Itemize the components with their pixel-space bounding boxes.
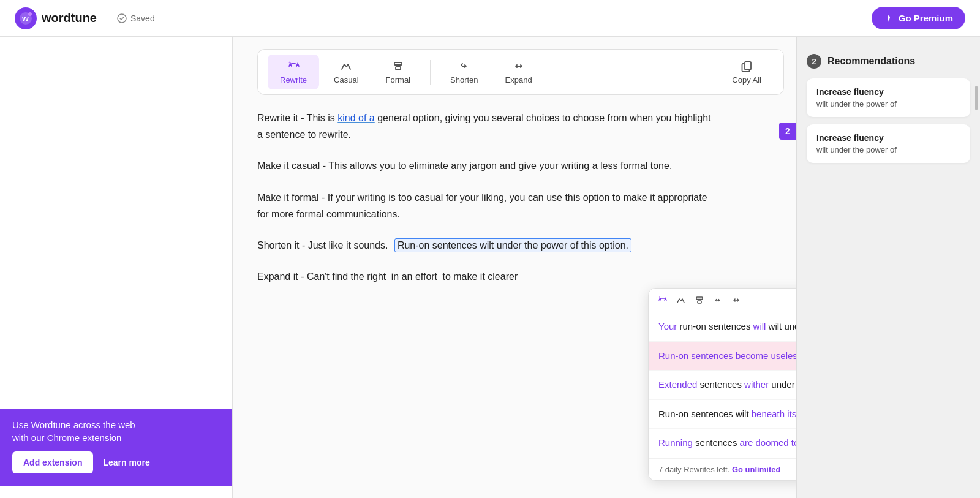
option5-doomed: are doomed to failure.: [740, 437, 796, 448]
saved-badge: Saved: [117, 13, 155, 23]
header-left: w wordtune Saved: [15, 7, 155, 29]
text-content: Rewrite it - This is kind of a general o…: [257, 110, 717, 285]
paragraph-4: Shorten it - Just like it sounds. Run-on…: [257, 237, 717, 254]
link-text: kind of a: [337, 113, 374, 123]
content-area: Rewrite Casual Formal: [233, 37, 796, 498]
formal-button[interactable]: Formal: [374, 55, 423, 89]
inline-casual-icon[interactable]: [676, 295, 687, 306]
expand-icon: [512, 59, 526, 73]
rewrite-option-2[interactable]: Run-on sentences become useless.: [649, 342, 796, 371]
option1-suffix: wilt under the power of this: [769, 321, 796, 331]
option4-beneath: beneath its: [752, 409, 796, 419]
inline-shorten-icon[interactable]: [712, 295, 723, 306]
option3-wither: wither: [744, 379, 769, 390]
rec-card-1-text: wilt under the power of: [816, 99, 960, 108]
inline-rewrite-icon[interactable]: [657, 295, 668, 306]
option1-your: Your: [658, 321, 677, 331]
rec-count-badge: 2: [807, 54, 821, 69]
rec-card-1[interactable]: Increase fluency wilt under the power of: [807, 78, 970, 117]
option3-suffix: under this option.: [771, 379, 796, 390]
casual-icon: [339, 59, 353, 73]
recommendations-header: 2 Recommendations: [807, 54, 970, 69]
option3-middle: sentences: [700, 379, 745, 390]
right-panel-scrollbar[interactable]: [975, 86, 978, 110]
inline-footer: 7 daily Rewrites left. Go unlimited word…: [649, 458, 796, 480]
inline-toolbar: [649, 289, 796, 312]
rewrite-button[interactable]: Rewrite: [268, 55, 319, 89]
rec-title: Recommendations: [827, 56, 915, 67]
check-circle-icon: [117, 13, 127, 23]
rec-card-2-title: Increase fluency: [816, 133, 960, 143]
option1-middle: run-on sentences: [679, 321, 753, 331]
rewrite-option-1[interactable]: Your run-on sentences will wilt under th…: [649, 312, 796, 342]
logo-icon: w: [15, 7, 37, 29]
toolbar-divider: [430, 60, 431, 85]
option5-running: Running: [658, 437, 693, 448]
svg-point-8: [659, 296, 660, 298]
formal-icon: [391, 59, 405, 73]
svg-rect-6: [396, 67, 401, 70]
casual-button[interactable]: Casual: [322, 55, 371, 89]
paragraph-5-prefix: Expand it - Can't find the right: [257, 271, 386, 282]
go-unlimited-link[interactable]: Go unlimited: [732, 465, 780, 474]
svg-rect-9: [696, 297, 703, 300]
svg-rect-10: [698, 301, 701, 303]
paragraph-3: Make it formal - If your writing is too …: [257, 189, 717, 222]
diamond-icon: [884, 13, 894, 23]
paragraph-2: Make it casual - This allows you to elim…: [257, 157, 717, 174]
highlighted-sentence[interactable]: Run-on sentences wilt under the power of…: [394, 238, 631, 252]
rewrite-option-5[interactable]: Running sentences are doomed to failure.: [649, 429, 796, 458]
svg-rect-7: [745, 62, 751, 70]
shorten-icon: [458, 59, 471, 73]
chrome-banner-text: Use Wordtune across the web with our Chr…: [12, 418, 220, 444]
svg-point-2: [28, 12, 32, 16]
rewrite-toolbar: Rewrite Casual Formal: [257, 49, 784, 95]
rewrite-option-4[interactable]: Run-on sentences wilt beneath its power.: [649, 400, 796, 429]
option3-extended: Extended: [658, 379, 697, 390]
svg-point-4: [289, 62, 291, 64]
rec-card-1-title: Increase fluency: [816, 87, 960, 97]
add-extension-button[interactable]: Add extension: [12, 451, 93, 473]
underline-phrase: in an effort: [391, 271, 437, 282]
paragraph-5-suffix: to make it clearer: [443, 271, 518, 282]
option1-will: will: [753, 321, 766, 331]
learn-more-link[interactable]: Learn more: [103, 458, 149, 467]
rewrite-option-3[interactable]: Extended sentences wither under this opt…: [649, 371, 796, 400]
paragraph-4-prefix: Shorten it - Just like it sounds.: [257, 240, 388, 251]
rec-card-2[interactable]: Increase fluency wilt under the power of: [807, 124, 970, 163]
rec-card-2-text: wilt under the power of: [816, 145, 960, 154]
paragraph-1: Rewrite it - This is kind of a general o…: [257, 110, 717, 143]
svg-text:w: w: [21, 13, 29, 23]
header-divider: [107, 10, 107, 27]
rewrites-left-text: 7 daily Rewrites left. Go unlimited: [658, 465, 780, 474]
option2-text: Run-on sentences become useless.: [658, 350, 796, 361]
expand-button[interactable]: Expand: [493, 55, 545, 89]
chrome-buttons: Add extension Learn more: [12, 451, 220, 473]
rewrite-options: Your run-on sentences will wilt under th…: [649, 312, 796, 458]
logo-text: wordtune: [42, 11, 97, 25]
rewrite-icon: [287, 59, 300, 73]
shorten-button[interactable]: Shorten: [438, 55, 491, 89]
inline-expand-icon[interactable]: [731, 295, 742, 306]
inline-formal-icon[interactable]: [694, 295, 705, 306]
left-sidebar: Use Wordtune across the web with our Chr…: [0, 37, 233, 498]
saved-label: Saved: [130, 13, 155, 23]
header: w wordtune Saved Go Premium: [0, 0, 980, 37]
go-premium-button[interactable]: Go Premium: [872, 7, 965, 29]
right-panel: 2 Recommendations Increase fluency wilt …: [796, 37, 980, 498]
copy-icon: [740, 59, 753, 73]
inline-rewrite-popup: Your run-on sentences will wilt under th…: [648, 288, 796, 481]
option4-prefix: Run-on sentences wilt: [658, 409, 752, 419]
logo: w wordtune: [15, 7, 97, 29]
copy-all-button[interactable]: Copy All: [720, 55, 774, 89]
option5-middle: sentences: [695, 437, 740, 448]
paragraph-5: Expand it - Can't find the right in an e…: [257, 268, 717, 285]
svg-rect-5: [394, 62, 402, 65]
notifications-badge[interactable]: 2: [779, 123, 796, 140]
main-layout: Use Wordtune across the web with our Chr…: [0, 37, 980, 498]
chrome-extension-banner: Use Wordtune across the web with our Chr…: [0, 409, 232, 486]
